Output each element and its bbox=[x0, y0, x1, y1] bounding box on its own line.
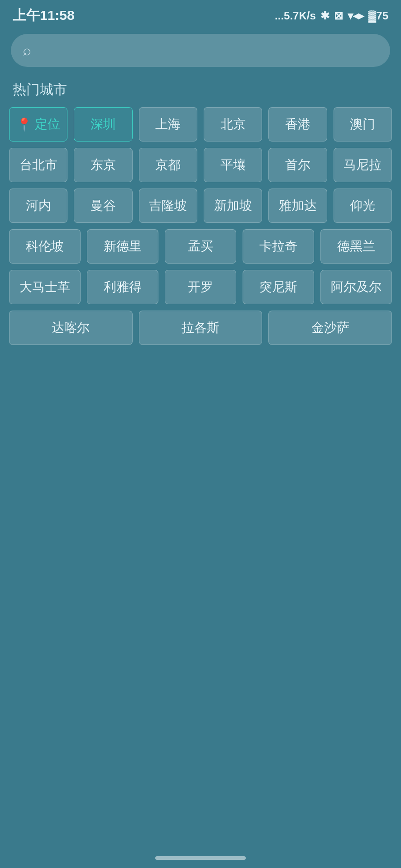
city-btn-jakarta[interactable]: 雅加达 bbox=[268, 189, 327, 223]
city-btn-newdelhi[interactable]: 新德里 bbox=[87, 229, 158, 264]
status-bar: 上午11:58 ...5.7K/s ✱ ⊠ ▾◂▸ ▓75 bbox=[0, 0, 401, 29]
city-btn-shanghai[interactable]: 上海 bbox=[139, 107, 197, 142]
city-btn-beijing[interactable]: 北京 bbox=[204, 107, 262, 142]
search-bar[interactable]: ⌕ bbox=[11, 34, 390, 67]
city-btn-tokyo[interactable]: 东京 bbox=[74, 148, 132, 182]
city-btn-hanoi[interactable]: 河内 bbox=[9, 189, 67, 223]
city-btn-seoul[interactable]: 首尔 bbox=[268, 148, 327, 182]
search-icon: ⌕ bbox=[23, 42, 31, 59]
city-btn-mumbai[interactable]: 孟买 bbox=[165, 229, 236, 264]
network-speed: ...5.7K/s bbox=[275, 9, 316, 22]
status-time: 上午11:58 bbox=[13, 6, 75, 25]
city-btn-damascus[interactable]: 大马士革 bbox=[9, 270, 81, 304]
section-title: 热门城市 bbox=[0, 76, 401, 107]
location-icon: 📍 bbox=[16, 117, 32, 132]
city-grid-row3: 河内 曼谷 吉隆坡 新加坡 雅加达 仰光 bbox=[0, 189, 401, 223]
city-btn-location[interactable]: 📍 定位 bbox=[9, 107, 67, 142]
city-grid-row1: 📍 定位 深圳 上海 北京 香港 澳门 bbox=[0, 107, 401, 142]
city-btn-riyadh[interactable]: 利雅得 bbox=[87, 270, 158, 304]
city-btn-tunis[interactable]: 突尼斯 bbox=[243, 270, 314, 304]
city-btn-taipei[interactable]: 台北市 bbox=[9, 148, 67, 182]
city-btn-hongkong[interactable]: 香港 bbox=[268, 107, 327, 142]
city-btn-kinshasa[interactable]: 金沙萨 bbox=[268, 311, 392, 345]
city-grid-row4: 科伦坡 新德里 孟买 卡拉奇 德黑兰 bbox=[0, 223, 401, 264]
city-grid-row2: 台北市 东京 京都 平壤 首尔 马尼拉 bbox=[0, 148, 401, 182]
city-btn-karachi[interactable]: 卡拉奇 bbox=[243, 229, 314, 264]
status-right: ...5.7K/s ✱ ⊠ ▾◂▸ ▓75 bbox=[275, 9, 388, 22]
city-btn-tehran[interactable]: 德黑兰 bbox=[320, 229, 392, 264]
city-grid-row5: 大马士革 利雅得 开罗 突尼斯 阿尔及尔 bbox=[0, 264, 401, 304]
search-container: ⌕ bbox=[0, 29, 401, 76]
city-btn-dakar[interactable]: 达喀尔 bbox=[9, 311, 133, 345]
city-btn-algiers[interactable]: 阿尔及尔 bbox=[320, 270, 392, 304]
city-btn-cairo[interactable]: 开罗 bbox=[165, 270, 236, 304]
city-btn-manila[interactable]: 马尼拉 bbox=[334, 148, 392, 182]
battery-icon: ▓75 bbox=[368, 9, 388, 22]
city-grid-row6: 达喀尔 拉各斯 金沙萨 bbox=[0, 311, 401, 345]
city-btn-colombo[interactable]: 科伦坡 bbox=[9, 229, 81, 264]
city-btn-bangkok[interactable]: 曼谷 bbox=[74, 189, 132, 223]
wifi-icon: ▾◂▸ bbox=[348, 9, 364, 22]
city-btn-singapore[interactable]: 新加坡 bbox=[204, 189, 262, 223]
city-btn-kualalumpur[interactable]: 吉隆坡 bbox=[139, 189, 197, 223]
bluetooth-icon: ✱ bbox=[320, 9, 329, 22]
city-btn-lagos[interactable]: 拉各斯 bbox=[139, 311, 263, 345]
home-indicator bbox=[155, 856, 246, 860]
city-btn-yangon[interactable]: 仰光 bbox=[334, 189, 392, 223]
city-btn-macao[interactable]: 澳门 bbox=[334, 107, 392, 142]
city-btn-shenzhen[interactable]: 深圳 bbox=[74, 107, 132, 142]
city-btn-pyongyang[interactable]: 平壤 bbox=[204, 148, 262, 182]
city-btn-kyoto[interactable]: 京都 bbox=[139, 148, 197, 182]
sim-icon: ⊠ bbox=[334, 9, 343, 22]
search-input[interactable] bbox=[38, 43, 378, 58]
